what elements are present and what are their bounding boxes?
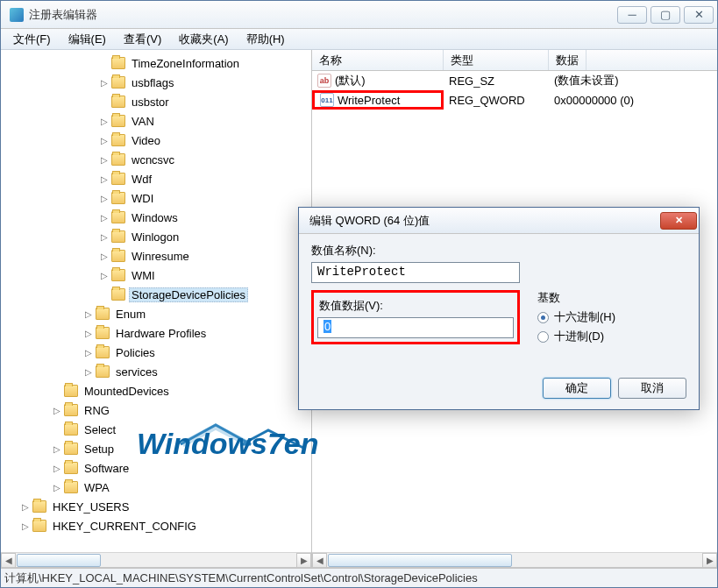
tree-item[interactable]: MountedDevices (1, 381, 311, 400)
tree-item[interactable]: Policies (1, 343, 311, 362)
expander-icon[interactable] (20, 521, 31, 531)
tree-item[interactable]: Windows (1, 208, 311, 227)
tree-item-label[interactable]: StorageDevicePolicies (129, 287, 248, 302)
tree-item[interactable]: wcncsvc (1, 150, 311, 169)
tree-item[interactable]: VAN (1, 111, 311, 131)
tree-item[interactable]: StorageDevicePolicies (1, 285, 311, 304)
tree-item-label[interactable]: Winresume (129, 249, 192, 264)
tree-item[interactable]: Video (1, 131, 311, 150)
expander-icon[interactable] (83, 366, 94, 377)
expander-icon[interactable] (99, 77, 110, 88)
tree-item[interactable]: WDI (1, 188, 311, 208)
close-button[interactable]: ✕ (684, 6, 714, 24)
expander-icon[interactable] (99, 154, 110, 165)
expander-icon[interactable] (99, 116, 110, 126)
list-row[interactable]: 011WriteProtectREG_QWORD0x00000000 (0) (312, 90, 717, 110)
menu-help[interactable]: 帮助(H) (238, 30, 294, 49)
tree-item[interactable]: Wdf (1, 169, 311, 188)
tree-item[interactable]: Setup (1, 439, 311, 458)
tree-item-label[interactable]: WPA (82, 480, 112, 495)
tree-item[interactable]: TimeZoneInformation (1, 53, 311, 73)
col-header-name[interactable]: 名称 (312, 50, 444, 70)
tree-item-label[interactable]: Policies (113, 345, 158, 360)
ok-button[interactable]: 确定 (543, 378, 611, 399)
expander-icon[interactable] (52, 482, 62, 492)
value-data-input[interactable]: 0 (317, 317, 514, 338)
list-header: 名称 类型 数据 (312, 50, 717, 71)
tree-pane[interactable]: TimeZoneInformationusbflagsusbstorVANVid… (1, 50, 312, 567)
scroll-left-icon[interactable]: ◀ (1, 553, 16, 568)
menu-favorites[interactable]: 收藏夹(A) (170, 30, 237, 49)
scroll-right-icon[interactable]: ▶ (702, 553, 717, 568)
tree-item-label[interactable]: Select (82, 422, 118, 437)
scroll-thumb[interactable] (328, 554, 512, 567)
tree-item[interactable]: WPA (1, 478, 311, 497)
scroll-thumb[interactable] (17, 554, 101, 567)
tree-item-label[interactable]: VAN (129, 114, 157, 129)
tree-item-label[interactable]: Setup (82, 442, 117, 457)
tree-item-label[interactable]: HKEY_USERS (50, 499, 132, 514)
scroll-left-icon[interactable]: ◀ (312, 553, 327, 568)
tree-item[interactable]: Software (1, 458, 311, 478)
expander-icon[interactable] (99, 135, 110, 145)
tree-item-label[interactable]: HKEY_CURRENT_CONFIG (50, 519, 199, 534)
tree-item-label[interactable]: Hardware Profiles (113, 326, 209, 341)
expander-icon[interactable] (52, 405, 62, 415)
minimize-button[interactable]: ─ (617, 6, 647, 24)
tree-item[interactable]: Hardware Profiles (1, 323, 311, 343)
col-header-type[interactable]: 类型 (444, 50, 549, 70)
tree-item[interactable]: HKEY_CURRENT_CONFIG (1, 516, 311, 535)
tree-item-label[interactable]: TimeZoneInformation (129, 56, 242, 71)
tree-item-label[interactable]: Wdf (129, 172, 154, 187)
tree-item-label[interactable]: RNG (82, 403, 112, 418)
tree-item-label[interactable]: Winlogon (129, 230, 181, 244)
col-header-data[interactable]: 数据 (549, 50, 586, 70)
tree-item[interactable]: HKEY_USERS (1, 497, 311, 516)
scroll-right-icon[interactable]: ▶ (296, 553, 311, 568)
maximize-button[interactable]: ▢ (650, 6, 680, 24)
tree-item[interactable]: services (1, 362, 311, 381)
tree-item[interactable]: Winresume (1, 246, 311, 266)
radio-hex[interactable] (537, 312, 549, 323)
tree-item-label[interactable]: WDI (129, 191, 156, 206)
tree-item-label[interactable]: WMI (129, 268, 158, 283)
tree-item-label[interactable]: Windows (129, 210, 181, 225)
cancel-button[interactable]: 取消 (618, 378, 686, 399)
tree-item-label[interactable]: usbflags (129, 75, 176, 90)
list-hscrollbar[interactable]: ◀ ▶ (312, 552, 717, 567)
expander-icon[interactable] (99, 212, 110, 223)
tree-item-label[interactable]: Software (82, 461, 132, 476)
expander-icon[interactable] (83, 328, 94, 338)
expander-icon[interactable] (99, 231, 110, 242)
radio-dec[interactable] (537, 331, 549, 343)
expander-icon[interactable] (20, 501, 31, 512)
tree-item[interactable]: Winlogon (1, 227, 311, 246)
tree-item-label[interactable]: MountedDevices (82, 384, 172, 399)
expander-icon[interactable] (99, 174, 110, 184)
tree-hscrollbar[interactable]: ◀ ▶ (1, 552, 311, 567)
tree-item[interactable]: WMI (1, 266, 311, 285)
expander-icon[interactable] (99, 251, 110, 261)
tree-item-label[interactable]: Video (129, 133, 163, 148)
folder-icon (111, 269, 125, 281)
expander-icon[interactable] (99, 270, 110, 280)
tree-item[interactable]: usbflags (1, 73, 311, 92)
expander-icon[interactable] (99, 193, 110, 203)
tree-item-label[interactable]: Enum (113, 307, 148, 322)
menu-view[interactable]: 查看(V) (115, 30, 170, 49)
expander-icon[interactable] (83, 308, 94, 319)
tree-item-label[interactable]: services (113, 365, 160, 379)
tree-item[interactable]: usbstor (1, 92, 311, 111)
tree-item[interactable]: Enum (1, 304, 311, 323)
dialog-close-button[interactable] (660, 212, 697, 230)
tree-item-label[interactable]: wcncsvc (129, 152, 177, 167)
expander-icon[interactable] (52, 463, 62, 473)
tree-item-label[interactable]: usbstor (129, 95, 172, 110)
expander-icon[interactable] (52, 443, 62, 454)
menu-file[interactable]: 文件(F) (4, 30, 60, 49)
expander-icon[interactable] (83, 347, 94, 358)
tree-item[interactable]: RNG (1, 400, 311, 420)
menu-edit[interactable]: 编辑(E) (60, 30, 115, 49)
tree-item[interactable]: Select (1, 420, 311, 439)
list-row[interactable]: ab(默认)REG_SZ(数值未设置) (312, 71, 717, 90)
